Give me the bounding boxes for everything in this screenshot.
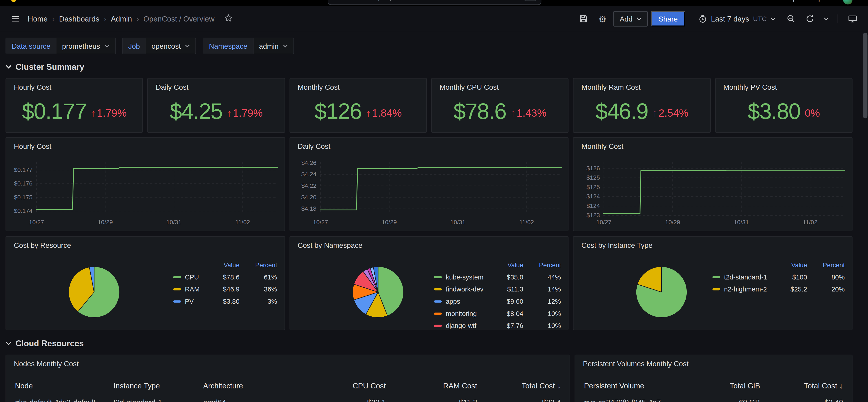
panel-title: Cost by Resource [14,241,71,249]
series-line [603,170,845,213]
legend-item[interactable]: monitoring [434,307,484,320]
add-new-icon[interactable]: + [791,0,796,4]
variable-label: Data source [6,38,56,54]
legend-item[interactable]: t2d-standard-1 [712,271,767,283]
legend-value: $100 [773,271,807,283]
legend-item[interactable]: apps [434,295,484,307]
y-axis-label: $4.24 [301,171,316,177]
y-axis-label: $123 [587,212,600,219]
legend-swatch-icon [173,300,181,303]
table-cell: $22.1 [286,398,386,402]
panel-cost-by-namespace: Cost by Namespace ValuePercentkube-syste… [289,236,569,330]
x-axis-label: 11/02 [519,219,534,226]
save-dashboard-icon[interactable] [576,11,591,27]
column-header[interactable]: Architecture [203,381,286,390]
monthly-cost-line-chart: $126$125$125$124$124$12310/2710/2910/311… [574,138,852,231]
panel-title: Cost by Namespace [298,241,362,249]
breadcrumb-admin[interactable]: Admin [111,15,132,23]
kiosk-mode-icon[interactable] [845,11,860,27]
trend-up-icon: ↑ [91,108,96,118]
variable-job-select[interactable]: opencost [146,38,196,54]
legend-percent: 10% [529,307,561,320]
cost-by-instance-type-pie-chart [636,266,688,318]
stat-delta: ↑0% [805,108,820,118]
menu-toggle-icon[interactable] [8,11,23,27]
section-cloud-resources[interactable]: Cloud Resources [5,337,852,348]
legend-column-header[interactable]: Percent [529,259,561,271]
refresh-interval-chevron-icon[interactable] [821,11,831,27]
breadcrumb-dashboards[interactable]: Dashboards [59,15,99,23]
variable-datasource-select[interactable]: prometheus [56,38,115,54]
share-button[interactable]: Share [651,11,685,27]
panel-monthly-cost-chart: Monthly Cost $126$125$125$124$124$12310/… [573,137,852,231]
legend-column-header [712,259,767,271]
stat-delta: ↑1.43% [510,108,547,118]
scrollbar-thumb[interactable] [863,33,868,119]
breadcrumb-separator: › [136,14,139,23]
column-header[interactable]: Instance Type [114,381,203,390]
legend-item[interactable]: RAM [173,283,199,296]
column-header[interactable]: Total Cost↓ [477,381,561,390]
table-cell: $33.4 [477,398,561,402]
legend-swatch-icon [434,288,442,291]
legend-item[interactable]: PV [173,295,199,307]
add-button[interactable]: Add [614,11,647,27]
time-range-picker[interactable]: Last 7 days UTC [694,11,780,27]
breadcrumb-home[interactable]: Home [28,15,48,23]
variable-label: Namespace [204,38,253,54]
nodes-table: NodeInstance TypeArchitectureCPU CostRAM… [15,377,561,402]
column-header[interactable]: CPU Cost [286,381,386,390]
series-line [319,168,562,210]
breadcrumb: Home › Dashboards › Admin › OpenCost / O… [28,14,233,24]
legend-column-header[interactable]: Value [773,259,807,271]
global-search[interactable] [328,0,541,5]
y-axis-label: $4.22 [301,182,316,189]
panel-title: Monthly CPU Cost [439,83,499,91]
column-header[interactable]: Node [15,381,114,390]
legend-item[interactable]: kube-system [434,271,484,283]
legend-item-label: n2-highmem-2 [724,286,767,293]
legend-value: $7.76 [489,320,523,330]
y-axis-label: $0.174 [14,207,33,214]
trend-up-icon: ↑ [652,108,657,118]
legend-percent: 12% [529,295,561,307]
help-icon[interactable]: ? [817,0,821,4]
legend-column-header[interactable]: Percent [813,259,845,271]
grafana-logo-icon[interactable] [8,0,20,5]
panel-daily-cost-chart: Daily Cost $4.26$4.24$4.22$4.20$4.1810/2… [289,137,569,231]
legend-item[interactable]: django-wtf [434,320,484,330]
refresh-icon[interactable] [802,11,817,27]
legend-percent: 61% [245,271,277,283]
legend-item[interactable]: n2-highmem-2 [712,283,767,296]
pie-legend: ValuePercentkube-system$35.044%findwork-… [434,259,561,330]
daily-cost-line-chart: $4.26$4.24$4.22$4.20$4.1810/2710/2910/31… [290,138,568,231]
table-header-row: NodeInstance TypeArchitectureCPU CostRAM… [15,377,561,394]
legend-column-header[interactable]: Value [205,259,239,271]
legend-item[interactable]: findwork-dev [434,283,484,296]
favorite-star-icon[interactable] [224,14,233,24]
stat-delta: ↑1.84% [366,108,402,118]
column-header[interactable]: RAM Cost [386,381,477,390]
series-line [36,167,278,210]
panel-title: Persistent Volumes Monthly Cost [583,360,688,368]
pie-row: Cost by Resource ValuePercentCPU$78.661%… [5,236,852,330]
legend-percent: 14% [529,283,561,296]
legend-column-header[interactable]: Percent [245,259,277,271]
variable-namespace-select[interactable]: admin [253,38,293,54]
legend-item-label: PV [185,298,194,305]
column-header[interactable]: Total GiB [688,381,760,390]
panel-hourly-cost-chart: Hourly Cost $0.177$0.176$0.175$0.17410/2… [5,137,285,231]
pie-legend: ValuePercentt2d-standard-1$10080%n2-high… [712,259,845,295]
column-header[interactable]: Persistent Volume [584,381,688,390]
section-cluster-summary[interactable]: Cluster Summary [5,61,852,72]
legend-column-header[interactable]: Value [489,259,523,271]
user-avatar[interactable] [843,0,852,4]
dashboard-settings-gear-icon[interactable]: ⚙ [595,11,610,27]
zoom-out-time-icon[interactable] [783,11,799,27]
page-scrollbar [863,32,868,402]
breadcrumb-separator: › [52,14,55,23]
search-input[interactable] [344,0,520,1]
legend-percent: 36% [245,283,277,296]
legend-item[interactable]: CPU [173,271,199,283]
column-header[interactable]: Total Cost↓ [760,381,843,390]
